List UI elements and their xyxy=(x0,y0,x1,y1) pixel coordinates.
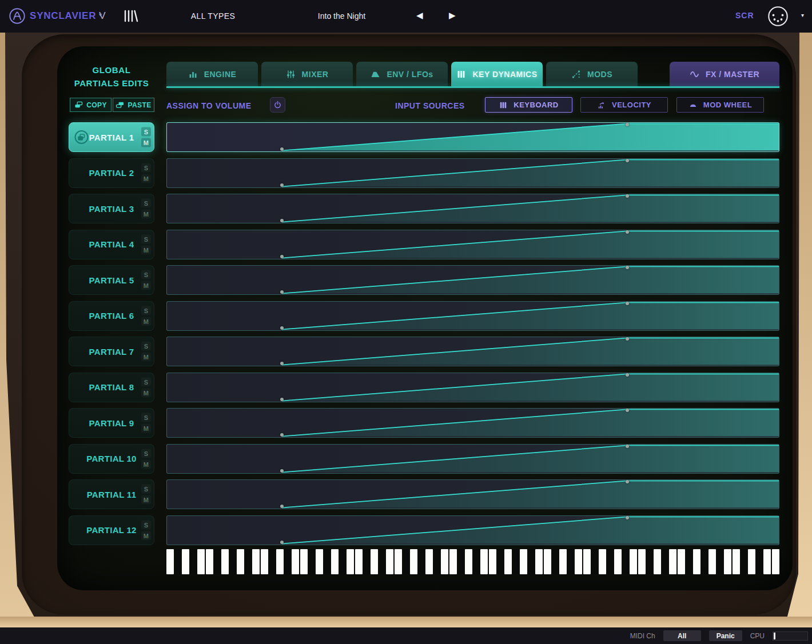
mute-button[interactable]: M xyxy=(141,210,151,219)
key-black[interactable] xyxy=(662,549,668,574)
key-black[interactable] xyxy=(214,549,220,574)
key-black[interactable] xyxy=(434,549,440,574)
key-black[interactable] xyxy=(285,549,290,574)
curve-handle-peak[interactable] xyxy=(626,409,629,412)
mute-button[interactable]: M xyxy=(141,353,151,362)
solo-button[interactable]: S xyxy=(141,270,151,279)
mute-button[interactable]: M xyxy=(141,174,151,183)
key-white[interactable] xyxy=(630,549,637,574)
key-white[interactable] xyxy=(316,549,323,574)
library-icon[interactable] xyxy=(124,9,138,23)
curve-handle-start[interactable] xyxy=(280,183,284,187)
curve-handle-peak[interactable] xyxy=(626,266,629,269)
dynamics-curve-row-9[interactable] xyxy=(166,408,779,438)
key-white[interactable] xyxy=(708,549,716,574)
key-white[interactable] xyxy=(182,549,189,574)
curve-handle-peak[interactable] xyxy=(626,230,629,234)
key-white[interactable] xyxy=(237,549,244,574)
key-black[interactable] xyxy=(607,549,613,574)
key-white[interactable] xyxy=(347,549,354,574)
key-black[interactable] xyxy=(513,549,519,574)
partial-button-6[interactable]: PARTIAL 6 S M xyxy=(69,301,154,331)
curve-handle-start[interactable] xyxy=(280,541,284,544)
key-black[interactable] xyxy=(309,549,315,574)
panic-button[interactable]: Panic xyxy=(709,630,742,641)
key-white[interactable] xyxy=(276,549,284,574)
mute-button[interactable]: M xyxy=(141,388,151,397)
arturia-logo-icon[interactable] xyxy=(9,7,26,25)
solo-button[interactable]: S xyxy=(141,377,151,386)
dynamics-curve-row-2[interactable] xyxy=(166,158,779,188)
keyboard-range-strip[interactable] xyxy=(166,549,779,574)
key-white[interactable] xyxy=(441,549,448,574)
app-menu-caret-icon[interactable]: ▾ xyxy=(99,11,102,18)
key-white[interactable] xyxy=(678,549,685,574)
key-white[interactable] xyxy=(559,549,567,574)
curve-handle-peak[interactable] xyxy=(626,337,629,341)
key-white[interactable] xyxy=(300,549,308,574)
key-black[interactable] xyxy=(717,549,723,574)
dynamics-curve-row-7[interactable] xyxy=(166,337,779,366)
dynamics-curve-row-3[interactable] xyxy=(166,194,779,223)
key-white[interactable] xyxy=(748,549,755,574)
curve-handle-peak[interactable] xyxy=(626,516,629,519)
mute-button[interactable]: M xyxy=(141,317,151,326)
key-black[interactable] xyxy=(757,549,762,574)
curve-handle-start[interactable] xyxy=(280,398,284,401)
key-black[interactable] xyxy=(245,549,251,574)
source-button-mod-wheel[interactable]: MOD WHEEL xyxy=(676,97,764,113)
mute-button[interactable]: M xyxy=(141,281,151,290)
key-white[interactable] xyxy=(599,549,606,574)
tab-mods[interactable]: MODS xyxy=(546,62,638,86)
key-black[interactable] xyxy=(175,549,181,574)
key-black[interactable] xyxy=(419,549,424,574)
solo-button[interactable]: S xyxy=(141,199,151,208)
curve-handle-start[interactable] xyxy=(280,469,284,473)
paste-button[interactable]: PASTE xyxy=(113,98,154,112)
key-white[interactable] xyxy=(575,549,582,574)
key-white[interactable] xyxy=(331,549,339,574)
key-black[interactable] xyxy=(269,549,275,574)
midi-din-icon[interactable] xyxy=(767,5,789,27)
preset-name[interactable]: Into the Night xyxy=(297,11,386,21)
solo-button[interactable]: S xyxy=(141,449,151,458)
mute-button[interactable]: M xyxy=(141,495,151,505)
key-white[interactable] xyxy=(252,549,260,574)
solo-button[interactable]: S xyxy=(141,413,151,422)
key-white[interactable] xyxy=(693,549,700,574)
solo-button[interactable]: S xyxy=(141,342,151,351)
key-black[interactable] xyxy=(592,549,598,574)
key-white[interactable] xyxy=(544,549,551,574)
curve-handle-peak[interactable] xyxy=(626,302,629,305)
partial-button-1[interactable]: PARTIAL 1 S M xyxy=(69,122,154,152)
key-black[interactable] xyxy=(623,549,628,574)
solo-button[interactable]: S xyxy=(141,520,151,529)
key-white[interactable] xyxy=(221,549,229,574)
preset-next-button[interactable]: ▶ xyxy=(449,10,456,21)
source-button-keyboard[interactable]: KEYBOARD xyxy=(485,97,572,113)
key-white[interactable] xyxy=(465,549,472,574)
key-white[interactable] xyxy=(583,549,591,574)
key-white[interactable] xyxy=(355,549,363,574)
key-white[interactable] xyxy=(763,549,771,574)
curve-handle-peak[interactable] xyxy=(626,159,629,162)
key-white[interactable] xyxy=(504,549,512,574)
dynamics-curve-row-6[interactable] xyxy=(166,301,779,331)
key-white[interactable] xyxy=(772,549,779,574)
partial-button-9[interactable]: PARTIAL 9 S M xyxy=(69,408,154,438)
key-white[interactable] xyxy=(206,549,213,574)
dynamics-curve-row-4[interactable] xyxy=(166,230,779,259)
dynamics-curve-row-5[interactable] xyxy=(166,265,779,295)
solo-button[interactable]: S xyxy=(141,127,151,137)
partial-button-2[interactable]: PARTIAL 2 S M xyxy=(69,158,154,188)
key-white[interactable] xyxy=(480,549,488,574)
key-white[interactable] xyxy=(292,549,299,574)
scr-button[interactable]: SCR xyxy=(735,11,754,20)
key-black[interactable] xyxy=(528,549,534,574)
assign-power-toggle[interactable] xyxy=(270,97,285,113)
key-black[interactable] xyxy=(686,549,692,574)
tab-mixer[interactable]: MIXER xyxy=(261,62,353,86)
key-black[interactable] xyxy=(340,549,345,574)
key-white[interactable] xyxy=(166,549,174,574)
key-black[interactable] xyxy=(473,549,479,574)
